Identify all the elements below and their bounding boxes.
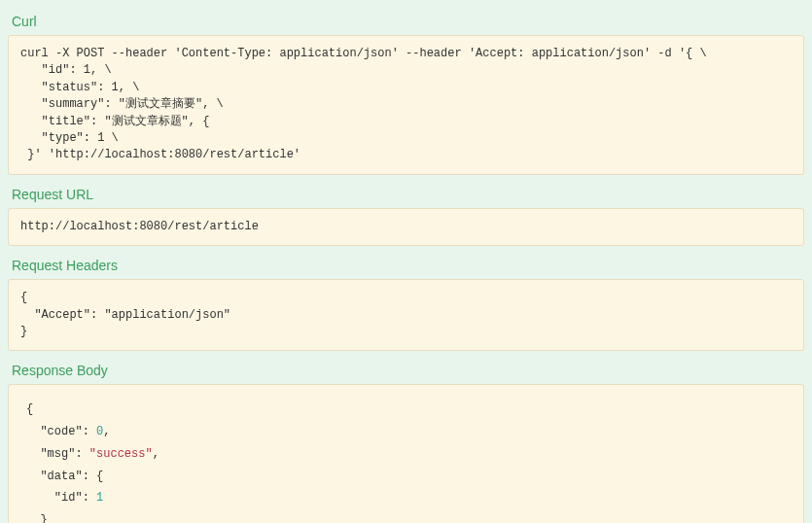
request-headers-section: Request Headers { "Accept": "application…: [8, 252, 804, 351]
request-url-content: http://localhost:8080/rest/article: [8, 208, 804, 246]
request-headers-heading: Request Headers: [8, 252, 804, 279]
request-url-section: Request URL http://localhost:8080/rest/a…: [8, 181, 804, 246]
curl-section: Curl curl -X POST --header 'Content-Type…: [8, 8, 804, 175]
curl-content: curl -X POST --header 'Content-Type: app…: [8, 35, 804, 175]
request-url-text: http://localhost:8080/rest/article: [20, 219, 792, 235]
response-body-json: { "code": 0, "msg": "success", "data": {…: [26, 399, 786, 523]
request-headers-content: { "Accept": "application/json" }: [8, 279, 804, 351]
request-url-heading: Request URL: [8, 181, 804, 208]
response-body-content: { "code": 0, "msg": "success", "data": {…: [8, 384, 804, 523]
response-body-heading: Response Body: [8, 357, 804, 384]
request-headers-text: { "Accept": "application/json" }: [20, 290, 792, 340]
curl-text: curl -X POST --header 'Content-Type: app…: [20, 46, 792, 164]
curl-heading: Curl: [8, 8, 804, 35]
response-body-section: Response Body { "code": 0, "msg": "succe…: [8, 357, 804, 523]
